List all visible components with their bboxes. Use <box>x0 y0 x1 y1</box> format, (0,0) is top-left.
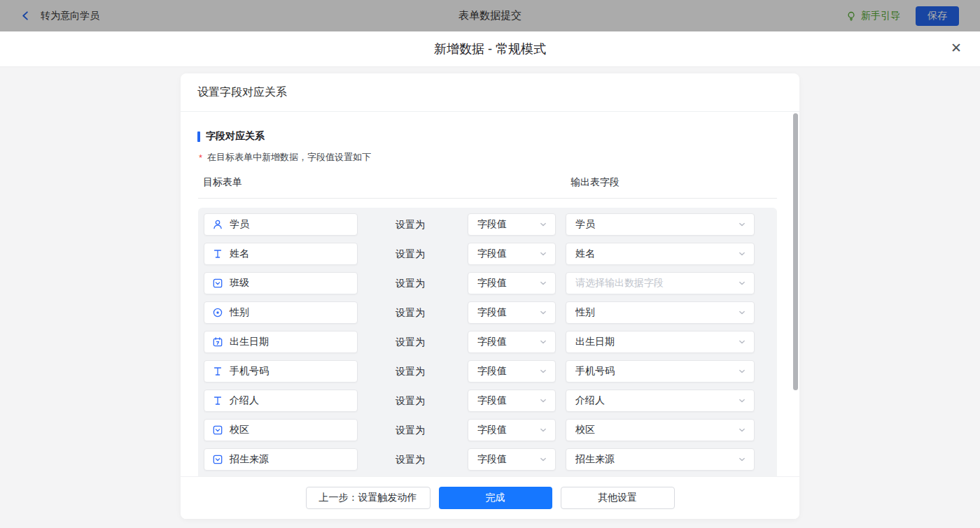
field-mapping-row: 介绍人 设置为 字段值 介绍人 <box>198 390 777 412</box>
chevron-down-icon <box>738 397 746 405</box>
mode-select[interactable]: 字段值 <box>468 243 556 265</box>
set-as-label: 设置为 <box>396 448 425 471</box>
done-button[interactable]: 完成 <box>439 487 552 509</box>
section-title: 字段对应关系 <box>206 130 265 143</box>
target-field-box: 班级 <box>204 272 358 294</box>
output-field-select[interactable]: 请选择输出数据字段 <box>566 272 755 294</box>
output-select-value: 出生日期 <box>575 336 615 348</box>
chevron-down-icon <box>539 308 547 317</box>
field-mapping-row: 招生来源 设置为 字段值 招生来源 <box>198 448 777 471</box>
chevron-down-icon <box>539 455 547 464</box>
field-mapping-row: 学员 设置为 字段值 学员 <box>198 213 777 236</box>
modal-header: 新增数据 - 常规模式 ✕ <box>0 31 980 67</box>
mode-select[interactable]: 字段值 <box>468 272 556 294</box>
output-select-value: 性别 <box>575 306 595 319</box>
chevron-down-icon <box>539 250 547 258</box>
select-icon <box>212 424 223 436</box>
chevron-down-icon <box>539 279 547 287</box>
target-field-label: 手机号码 <box>230 365 269 378</box>
bulb-icon <box>846 10 857 22</box>
target-field-box: 学员 <box>204 213 358 236</box>
output-field-select[interactable]: 出生日期 <box>566 331 755 353</box>
scrollbar-thumb[interactable] <box>793 113 798 390</box>
close-icon[interactable]: ✕ <box>951 40 962 57</box>
other-settings-button[interactable]: 其他设置 <box>561 487 675 509</box>
mode-select[interactable]: 字段值 <box>468 419 556 441</box>
mode-select-value: 字段值 <box>477 394 507 407</box>
text-icon <box>212 395 223 406</box>
output-field-select[interactable]: 招生来源 <box>566 448 755 471</box>
chevron-down-icon <box>539 367 547 376</box>
target-field-label: 学员 <box>230 218 249 231</box>
card-header-title: 设置字段对应关系 <box>181 73 799 112</box>
field-mapping-row: 姓名 设置为 字段值 姓名 <box>198 243 777 265</box>
field-mapping-card: 设置字段对应关系 字段对应关系 * 在目标表单中新增数据，字段值设置如下 目标表… <box>181 73 799 519</box>
column-header-target-form: 目标表单 <box>203 176 242 187</box>
mode-select-value: 字段值 <box>477 306 507 319</box>
target-field-label: 出生日期 <box>230 336 269 348</box>
set-as-label: 设置为 <box>396 390 425 412</box>
page-title: 表单数据提交 <box>0 9 980 22</box>
output-field-select[interactable]: 学员 <box>566 213 755 236</box>
output-select-value: 介绍人 <box>575 394 605 407</box>
output-field-select[interactable]: 姓名 <box>566 243 755 265</box>
target-field-box: 招生来源 <box>204 448 358 471</box>
target-field-box: 姓名 <box>204 243 358 265</box>
target-field-box: 出生日期 <box>204 331 358 353</box>
chevron-down-icon <box>738 279 746 287</box>
output-field-select[interactable]: 手机号码 <box>566 360 755 383</box>
chevron-down-icon <box>738 220 746 229</box>
target-field-box: 介绍人 <box>204 390 358 412</box>
output-select-value: 请选择输出数据字段 <box>575 277 664 290</box>
mode-select[interactable]: 字段值 <box>468 390 556 412</box>
output-field-select[interactable]: 性别 <box>566 301 755 324</box>
chevron-down-icon <box>539 338 547 346</box>
save-button[interactable]: 保存 <box>916 6 959 26</box>
top-bar: 转为意向学员 表单数据提交 新手引导 保存 <box>0 0 980 31</box>
back-button[interactable]: 转为意向学员 <box>20 10 99 22</box>
previous-step-button[interactable]: 上一步：设置触发动作 <box>306 487 430 509</box>
output-select-value: 招生来源 <box>575 453 615 466</box>
beginner-guide-button[interactable]: 新手引导 <box>846 10 900 22</box>
output-select-value: 学员 <box>575 218 595 231</box>
chevron-down-icon <box>738 338 746 346</box>
chevron-down-icon <box>738 367 746 376</box>
text-icon <box>212 366 223 377</box>
set-as-label: 设置为 <box>396 272 425 294</box>
mode-select-value: 字段值 <box>477 424 507 436</box>
modal-title: 新增数据 - 常规模式 <box>434 41 546 57</box>
field-mapping-row: 手机号码 设置为 字段值 手机号码 <box>198 360 777 383</box>
mode-select[interactable]: 字段值 <box>468 331 556 353</box>
chevron-down-icon <box>539 426 547 434</box>
back-label: 转为意向学员 <box>41 10 99 22</box>
target-field-label: 性别 <box>230 306 249 319</box>
target-field-label: 校区 <box>230 424 249 436</box>
mode-select-value: 字段值 <box>477 453 507 466</box>
mode-select[interactable]: 字段值 <box>468 213 556 236</box>
target-field-box: 手机号码 <box>204 360 358 383</box>
target-field-label: 招生来源 <box>230 453 269 466</box>
output-field-select[interactable]: 介绍人 <box>566 390 755 412</box>
chevron-down-icon <box>738 250 746 258</box>
mode-select-value: 字段值 <box>477 277 507 290</box>
set-as-label: 设置为 <box>396 301 425 324</box>
output-field-select[interactable]: 校区 <box>566 419 755 441</box>
date-icon <box>212 336 223 348</box>
target-field-box: 性别 <box>204 301 358 324</box>
mode-select-value: 字段值 <box>477 336 507 348</box>
target-field-label: 姓名 <box>230 248 249 260</box>
mode-select[interactable]: 字段值 <box>468 301 556 324</box>
set-as-label: 设置为 <box>396 331 425 353</box>
mode-select[interactable]: 字段值 <box>468 360 556 383</box>
chevron-down-icon <box>738 308 746 317</box>
output-select-value: 姓名 <box>575 248 595 260</box>
mode-select-value: 字段值 <box>477 248 507 260</box>
text-icon <box>212 248 223 259</box>
field-mapping-row: 校区 设置为 字段值 校区 <box>198 419 777 441</box>
field-mapping-row: 出生日期 设置为 字段值 出生日期 <box>198 331 777 353</box>
mode-select[interactable]: 字段值 <box>468 448 556 471</box>
select-icon <box>212 454 223 465</box>
set-as-label: 设置为 <box>396 419 425 441</box>
target-field-label: 介绍人 <box>230 394 259 407</box>
chevron-down-icon <box>738 455 746 464</box>
